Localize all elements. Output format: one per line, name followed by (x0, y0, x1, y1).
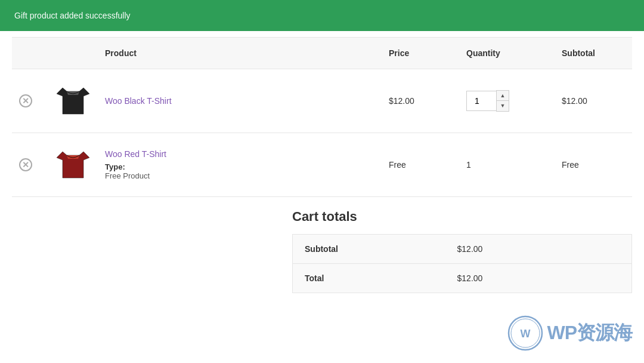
wp-logo-icon: W (507, 315, 543, 351)
product-name-cell: Woo Black T-Shirt (98, 69, 382, 133)
quantity-input[interactable] (466, 91, 496, 111)
image-cell (48, 133, 98, 197)
cart-table-header: Product Price Quantity Subtotal (12, 38, 632, 69)
cart-section: Product Price Quantity Subtotal ✕ Woo Bl… (0, 37, 644, 197)
cart-totals-title: Cart totals (292, 209, 632, 224)
success-banner: Gift product added successfully (0, 0, 644, 31)
quantity-down-button[interactable]: ▼ (497, 101, 509, 111)
product-meta: Type: Free Product (105, 162, 374, 180)
col-header-remove (12, 38, 48, 69)
cart-totals-table: Subtotal $12.00 Total $12.00 (292, 234, 632, 293)
table-row: ✕ Woo Red T-Shirt Type: Free Product Fre… (12, 133, 632, 197)
remove-icon: ✕ (19, 158, 32, 171)
subtotal-cell: $12.00 (555, 69, 632, 133)
col-header-product: Product (98, 38, 382, 69)
cart-table: Product Price Quantity Subtotal ✕ Woo Bl… (12, 37, 632, 197)
meta-label: Type: (105, 162, 125, 171)
quantity-cell: ▲ ▼ (459, 69, 555, 133)
remove-cell: ✕ (12, 69, 48, 133)
remove-button[interactable]: ✕ (19, 158, 32, 171)
totals-row: Total $12.00 (293, 264, 632, 293)
totals-value: $12.00 (445, 235, 632, 264)
col-header-quantity: Quantity (459, 38, 555, 69)
product-name-cell: Woo Red T-Shirt Type: Free Product (98, 133, 382, 197)
col-header-image (48, 38, 98, 69)
quantity-cell: 1 (459, 133, 555, 197)
subtotal-cell: Free (555, 133, 632, 197)
remove-cell: ✕ (12, 133, 48, 197)
product-image (55, 80, 91, 122)
quantity-wrapper: ▲ ▼ (466, 90, 547, 112)
remove-icon: ✕ (19, 94, 32, 107)
success-message: Gift product added successfully (14, 11, 131, 20)
product-link[interactable]: Woo Red T-Shirt (105, 149, 166, 159)
svg-point-4 (509, 316, 542, 350)
svg-marker-1 (67, 91, 79, 95)
totals-label: Total (293, 264, 445, 293)
image-cell (48, 69, 98, 133)
tshirt-icon (57, 147, 89, 183)
col-header-subtotal: Subtotal (555, 38, 632, 69)
totals-value: $12.00 (445, 264, 632, 293)
totals-label: Subtotal (293, 235, 445, 264)
meta-value: Free Product (105, 171, 150, 180)
watermark-text: WP资源海 (547, 320, 632, 346)
product-link[interactable]: Woo Black T-Shirt (105, 96, 172, 106)
svg-text:W: W (521, 328, 531, 340)
product-image (55, 144, 91, 186)
price-cell: Free (382, 133, 459, 197)
watermark: W WP资源海 (507, 315, 632, 351)
col-header-price: Price (382, 38, 459, 69)
cart-totals-section: Cart totals Subtotal $12.00 Total $12.00 (0, 197, 644, 305)
quantity-up-button[interactable]: ▲ (497, 91, 509, 101)
totals-row: Subtotal $12.00 (293, 235, 632, 264)
svg-point-5 (511, 319, 540, 347)
svg-marker-3 (67, 155, 79, 159)
tshirt-icon (57, 83, 89, 119)
price-cell: $12.00 (382, 69, 459, 133)
quantity-spinners: ▲ ▼ (496, 90, 509, 112)
table-row: ✕ Woo Black T-Shirt $12.00 ▲ ▼ $12.00 (12, 69, 632, 133)
remove-button[interactable]: ✕ (19, 94, 32, 107)
